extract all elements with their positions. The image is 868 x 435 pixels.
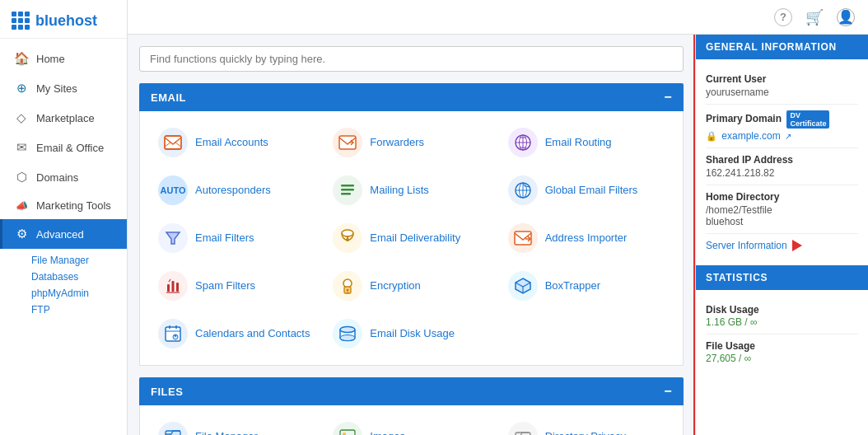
email-collapse-button[interactable]: − <box>664 90 672 105</box>
sub-file-manager[interactable]: File Manager <box>31 252 115 269</box>
forwarders-label: Forwarders <box>370 136 424 150</box>
email-disk-usage-label: Email Disk Usage <box>370 327 455 341</box>
shared-ip-label: Shared IP Address <box>706 154 858 166</box>
sidebar: bluehost 🏠 Home ⊕ My Sites ◇ Marketplace… <box>0 0 128 435</box>
arrow-right-icon <box>792 240 802 251</box>
email-section-title: EMAIL <box>151 91 186 104</box>
files-section-header: FILES − <box>139 377 684 405</box>
images-item[interactable]: Images <box>326 417 496 435</box>
email-accounts-item[interactable]: Email Accounts <box>152 123 321 162</box>
svg-point-37 <box>340 327 355 333</box>
file-manager-icon <box>158 422 188 435</box>
domains-icon: ⬡ <box>14 170 29 185</box>
logo-grid-icon <box>12 12 30 30</box>
sidebar-item-marketing-tools[interactable]: 📣 Marketing Tools <box>0 192 127 219</box>
sidebar-sub-items: File Manager Databases phpMyAdmin FTP <box>0 249 127 321</box>
svg-point-16 <box>342 230 353 236</box>
user-icon[interactable]: 👤 <box>837 8 855 26</box>
right-panel: GENERAL INFORMATION Current User youruse… <box>695 35 868 435</box>
autoresponders-label: Autoresponders <box>195 184 271 198</box>
file-usage-label: File Usage <box>706 340 858 352</box>
marketplace-icon: ◇ <box>14 110 29 125</box>
calendars-contacts-label: Calendars and Contacts <box>195 327 310 341</box>
lock-icon: 🔒 <box>706 131 717 141</box>
file-manager-item[interactable]: File Manager <box>152 417 321 435</box>
sub-ftp[interactable]: FTP <box>31 302 115 318</box>
bluehost-label: bluehost <box>706 216 858 227</box>
global-email-filters-label: Global Email Filters <box>545 184 638 198</box>
autoresponders-icon: AUTO <box>158 175 188 205</box>
email-disk-usage-item[interactable]: Email Disk Usage <box>326 314 496 353</box>
logo[interactable]: bluehost <box>0 0 127 39</box>
encryption-item[interactable]: Encryption <box>326 266 496 306</box>
boxtrapper-icon <box>508 271 538 301</box>
server-info-row: Server Information <box>706 234 858 257</box>
email-deliverability-icon <box>333 223 362 253</box>
dv-badge: DVCertificate <box>786 110 829 129</box>
primary-domain-value: 🔒 example.com ↗ <box>706 130 858 142</box>
cart-icon[interactable]: 🛒 <box>805 8 824 26</box>
forwarders-item[interactable]: Forwarders <box>326 123 496 162</box>
search-input[interactable] <box>139 46 684 72</box>
sub-databases[interactable]: Databases <box>31 269 115 285</box>
directory-privacy-icon <box>508 422 538 435</box>
help-icon[interactable]: ? <box>774 8 792 26</box>
external-link-icon: ↗ <box>785 132 791 141</box>
spam-filters-label: Spam Filters <box>195 279 255 293</box>
calendars-contacts-item[interactable]: Calendars and Contacts <box>152 314 321 353</box>
home-icon: 🏠 <box>14 51 29 66</box>
files-section-title: FILES <box>151 386 183 398</box>
calendars-contacts-icon <box>158 319 188 348</box>
svg-rect-23 <box>176 283 179 292</box>
mailing-lists-item[interactable]: Mailing Lists <box>326 171 496 210</box>
sidebar-item-my-sites[interactable]: ⊕ My Sites <box>0 73 127 103</box>
encryption-icon <box>333 271 362 301</box>
sidebar-item-marketplace[interactable]: ◇ Marketplace <box>0 103 127 133</box>
sidebar-item-label: Home <box>36 53 65 65</box>
spam-filters-item[interactable]: Spam Filters <box>152 266 321 306</box>
email-section-header: EMAIL − <box>139 83 684 111</box>
email-routing-item[interactable]: Email Routing <box>502 123 671 162</box>
email-filters-item[interactable]: Email Filters <box>152 218 321 258</box>
sub-phpmyadmin[interactable]: phpMyAdmin <box>31 285 115 302</box>
domain-link[interactable]: example.com ↗ <box>721 130 791 142</box>
file-manager-label: File Manager <box>195 430 258 435</box>
email-section-body: Email Accounts Forw <box>139 111 684 366</box>
wordpress-icon: ⊕ <box>14 81 29 96</box>
sidebar-item-label: Marketing Tools <box>36 199 111 212</box>
email-deliverability-item[interactable]: Email Deliverability <box>326 218 496 258</box>
svg-rect-9 <box>341 189 354 191</box>
sidebar-item-email-office[interactable]: ✉ Email & Office <box>0 133 127 162</box>
images-label: Images <box>370 430 405 435</box>
autoresponders-item[interactable]: AUTO Autoresponders <box>152 171 321 210</box>
sidebar-item-domains[interactable]: ⬡ Domains <box>0 162 127 192</box>
home-dir-label: Home Directory <box>706 191 858 203</box>
boxtrapper-item[interactable]: BoxTrapper <box>502 266 671 306</box>
svg-rect-10 <box>341 193 351 195</box>
global-email-filters-item[interactable]: Global Email Filters <box>502 171 671 210</box>
files-section-body: File Manager Images <box>139 405 684 435</box>
sidebar-item-home[interactable]: 🏠 Home <box>0 44 127 73</box>
svg-line-25 <box>169 279 170 282</box>
boxtrapper-label: BoxTrapper <box>545 279 600 293</box>
address-importer-item[interactable]: Address Importer <box>502 218 671 258</box>
email-filters-icon <box>158 223 188 253</box>
home-dir-row: Home Directory /home2/Testfile bluehost <box>706 185 858 234</box>
svg-rect-31 <box>166 327 180 341</box>
directory-privacy-item[interactable]: Directory Privacy <box>502 417 671 435</box>
content-main: EMAIL − <box>128 35 695 435</box>
email-routing-icon <box>508 128 538 157</box>
sidebar-item-label: Email & Office <box>36 142 104 154</box>
server-info-link[interactable]: Server Information <box>706 240 787 251</box>
files-grid: File Manager Images <box>152 417 671 435</box>
sidebar-item-advanced[interactable]: ⚙ Advanced <box>0 219 127 249</box>
files-collapse-button[interactable]: − <box>664 384 672 399</box>
current-user-value: yourusername <box>706 87 858 98</box>
email-icon: ✉ <box>14 140 29 155</box>
svg-rect-0 <box>165 136 181 149</box>
statistics-header: STATISTICS <box>696 265 868 290</box>
email-routing-label: Email Routing <box>545 136 612 150</box>
email-filters-label: Email Filters <box>195 232 254 246</box>
sidebar-nav: 🏠 Home ⊕ My Sites ◇ Marketplace ✉ Email … <box>0 39 127 435</box>
disk-usage-value: 1.16 GB / ∞ <box>706 316 858 328</box>
